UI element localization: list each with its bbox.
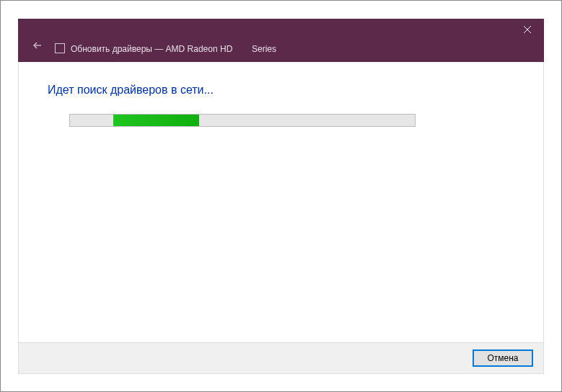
titlebar: Обновить драйверы — AMD Radeon HD Series	[18, 19, 544, 62]
close-button[interactable]	[511, 19, 543, 40]
back-arrow-icon	[32, 40, 43, 50]
title-redacted	[235, 44, 250, 54]
cancel-label: Отмена	[487, 353, 518, 363]
title-suffix: Series	[252, 44, 276, 54]
progress-fill	[113, 115, 200, 126]
window-title: Обновить драйверы — AMD Radeon HD Series	[71, 44, 276, 54]
dialog-footer: Отмена	[18, 342, 544, 374]
title-prefix: Обновить драйверы — AMD Radeon HD	[71, 44, 232, 54]
cancel-button[interactable]: Отмена	[473, 349, 533, 367]
device-icon	[55, 43, 65, 53]
back-button[interactable]	[29, 37, 46, 54]
content-area: Идет поиск драйверов в сети...	[18, 62, 544, 342]
progress-bar	[69, 114, 416, 127]
close-icon	[524, 26, 531, 33]
status-heading: Идет поиск драйверов в сети...	[48, 84, 514, 97]
